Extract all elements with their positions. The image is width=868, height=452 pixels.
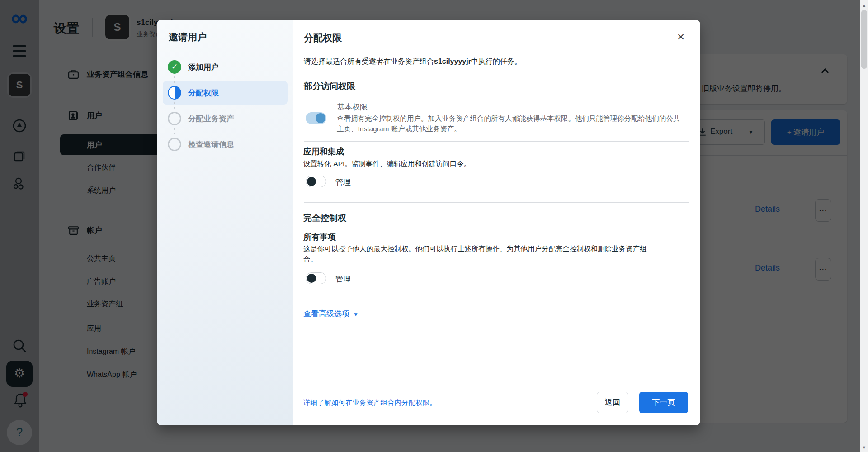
modal-title: 邀请用户 <box>169 31 207 43</box>
basic-permission-description: 查看拥有完全控制权的用户。加入业务资产组合的所有人都能获得基本权限。他们只能管理… <box>337 113 680 134</box>
full-control-heading: 完全控制权 <box>303 212 346 224</box>
next-button[interactable]: 下一页 <box>639 392 688 413</box>
everything-heading: 所有事项 <box>303 232 336 243</box>
scroll-down-arrow[interactable]: ▼ <box>860 445 868 450</box>
advanced-options-link[interactable]: 查看高级选项▼ <box>303 309 359 319</box>
apps-description: 设置转化 API。监测事件、编辑应用和创建访问口令。 <box>303 158 674 169</box>
learn-more-link[interactable]: 详细了解如何在业务资产组合内分配权限。 <box>303 398 437 408</box>
panel-heading: 分配权限 <box>304 32 342 44</box>
step-assign-permissions[interactable]: 分配权限 <box>188 88 219 98</box>
step-active-icon <box>168 86 181 100</box>
basic-permission-label: 基本权限 <box>337 102 368 112</box>
section-divider <box>304 141 689 142</box>
close-button[interactable]: ✕ <box>674 30 688 44</box>
invite-users-modal: 邀请用户 ✓ 添加用户 分配权限 分配业务资产 检查邀请信息 分配权限 ✕ 请选… <box>157 20 700 425</box>
step-upcoming-icon <box>168 112 181 125</box>
permissions-panel: 分配权限 ✕ 请选择最适合所有受邀者在业务资产组合s1cilyyyyjr中执行的… <box>293 20 700 425</box>
back-button[interactable]: 返回 <box>597 392 628 413</box>
apps-heading: 应用和集成 <box>303 146 344 157</box>
everything-description: 这是你可以授予他人的最大控制权。他们可以执行上述所有操作、为其他用户分配完全控制… <box>303 243 655 264</box>
apps-manage-label: 管理 <box>335 177 351 187</box>
close-icon: ✕ <box>677 32 685 42</box>
active-step-highlight <box>163 81 288 105</box>
step-add-users[interactable]: 添加用户 <box>188 62 219 72</box>
step-complete-icon: ✓ <box>168 60 181 74</box>
step-review-invite[interactable]: 检查邀请信息 <box>188 139 234 150</box>
panel-intro: 请选择最适合所有受邀者在业务资产组合s1cilyyyyjr中执行的任务。 <box>304 57 522 67</box>
screen: ∞ S ⚙ ? 设置 S s1cilyyyyjr 业务资 <box>0 0 868 452</box>
apps-manage-toggle[interactable] <box>306 176 326 187</box>
step-assign-assets[interactable]: 分配业务资产 <box>188 114 234 124</box>
step-upcoming-icon <box>168 138 181 151</box>
check-icon: ✓ <box>171 62 178 71</box>
section-divider <box>304 202 689 203</box>
portfolio-name-inline: s1cilyyyyjr <box>434 57 471 65</box>
scrollbar-thumb[interactable] <box>861 10 867 69</box>
wizard-steps-panel: 邀请用户 ✓ 添加用户 分配权限 分配业务资产 检查邀请信息 <box>157 20 293 425</box>
scroll-up-arrow[interactable]: ▲ <box>860 3 868 8</box>
everything-manage-toggle[interactable] <box>306 272 326 284</box>
page-scrollbar[interactable]: ▲ ▼ <box>860 0 868 452</box>
partial-access-heading: 部分访问权限 <box>304 81 355 92</box>
everything-manage-label: 管理 <box>335 274 351 284</box>
caret-down-icon: ▼ <box>353 311 359 318</box>
basic-permission-toggle[interactable] <box>306 112 326 124</box>
